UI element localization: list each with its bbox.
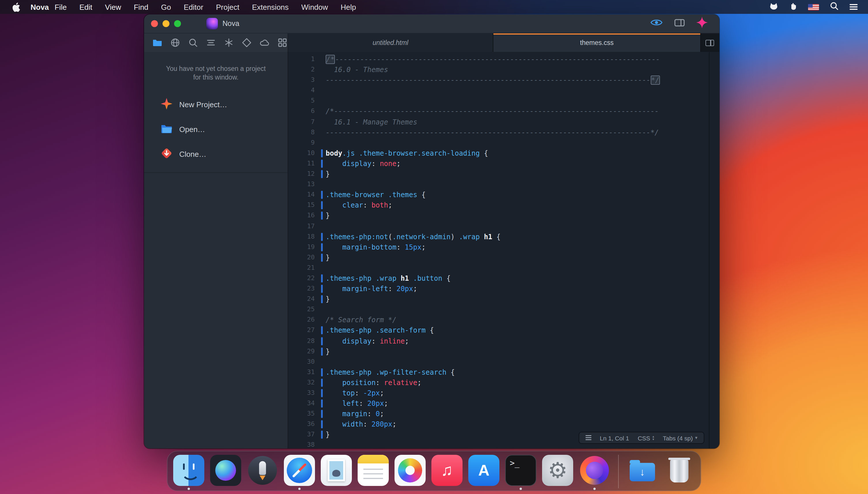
hand-menu-extra-icon[interactable]	[789, 2, 797, 12]
menu-item-edit[interactable]: Edit	[79, 3, 93, 11]
dog-menu-extra-icon[interactable]	[769, 2, 778, 12]
dock-terminal-icon[interactable]: >_	[505, 455, 536, 490]
dock-safari-icon[interactable]	[284, 455, 315, 490]
symbols-asterisk-icon[interactable]	[223, 37, 234, 49]
code-line[interactable]: 13	[288, 179, 709, 190]
search-icon[interactable]	[188, 37, 199, 49]
git-diamond-icon[interactable]	[241, 37, 252, 49]
dock-mail-icon[interactable]	[321, 455, 352, 490]
dock-notes-icon[interactable]	[358, 455, 389, 490]
open-item[interactable]: Open…	[144, 117, 288, 142]
code-line[interactable]: 7 16.1 - Manage Themes	[288, 117, 709, 127]
change-indicator	[321, 222, 323, 230]
editor-right-strip[interactable]	[709, 52, 719, 449]
editor-status-bar: Ln 1, Col 1 CSS ▴▾ Tabs (4 sp) ▾	[578, 432, 704, 444]
code-line[interactable]: 20}	[288, 252, 709, 263]
new-project-item[interactable]: New Project…	[144, 92, 288, 117]
code-line[interactable]: 9	[288, 138, 709, 148]
extensions-grid-icon[interactable]	[277, 37, 288, 49]
dock-music-icon[interactable]: ♫	[431, 455, 463, 490]
dock-app-store-icon[interactable]: A	[468, 455, 499, 490]
code-line[interactable]: 28 display: inline;	[288, 336, 709, 346]
dock-system-preferences-icon[interactable]: ⚙	[542, 455, 573, 490]
spotlight-search-icon[interactable]	[830, 2, 838, 12]
menu-item-find[interactable]: Find	[134, 3, 149, 11]
status-line-col[interactable]: Ln 1, Col 1	[600, 434, 629, 441]
code-line[interactable]: 34 left: 20px;	[288, 398, 709, 409]
code-line[interactable]: 10body.js .theme-browser.search-loading …	[288, 148, 709, 158]
code-line[interactable]: 11 display: none;	[288, 158, 709, 169]
tab-themes-css[interactable]: themes.css	[494, 34, 701, 52]
line-number: 20	[288, 252, 315, 263]
status-language-selector[interactable]: CSS ▴▾	[638, 434, 654, 441]
code-line[interactable]: 1/*-------------------------------------…	[288, 54, 709, 64]
zoom-button[interactable]	[174, 20, 181, 27]
menu-item-file[interactable]: File	[55, 3, 67, 11]
code-line[interactable]: 19 margin-bottom: 15px;	[288, 242, 709, 252]
menu-lines-icon[interactable]	[850, 4, 857, 10]
code-line[interactable]: 12}	[288, 169, 709, 179]
code-line[interactable]: 17	[288, 221, 709, 231]
close-button[interactable]	[151, 20, 158, 27]
menu-item-editor[interactable]: Editor	[184, 3, 204, 11]
code-line[interactable]: 4	[288, 86, 709, 96]
remote-globe-icon[interactable]	[170, 37, 181, 49]
menu-item-window[interactable]: Window	[302, 3, 328, 11]
menu-item-view[interactable]: View	[105, 3, 121, 11]
code-line[interactable]: 33 top: -2px;	[288, 388, 709, 398]
code-line[interactable]: 29}	[288, 346, 709, 357]
dock-launchpad-icon[interactable]	[247, 455, 278, 490]
status-symbols-button[interactable]	[585, 435, 591, 440]
dock-trash-icon[interactable]	[664, 455, 695, 490]
code-line[interactable]: 5	[288, 96, 709, 106]
code-line[interactable]: 14.theme-browser .themes {	[288, 190, 709, 200]
code-line[interactable]: 15 clear: both;	[288, 200, 709, 211]
code-line[interactable]: 21	[288, 263, 709, 273]
code-line[interactable]: 2 16.0 - Themes	[288, 64, 709, 75]
tab-untitled-html[interactable]: untitled.html	[288, 34, 494, 52]
dock-downloads-icon[interactable]: ↓	[627, 455, 658, 490]
dock-photos-icon[interactable]	[394, 455, 426, 490]
code-line[interactable]: 26/* Search form */	[288, 315, 709, 325]
panel-layout-icon[interactable]	[674, 18, 685, 29]
code-line[interactable]: 18.themes-php:not(.network-admin) .wrap …	[288, 231, 709, 242]
code-line[interactable]: 35 margin: 0;	[288, 409, 709, 419]
code-line[interactable]: 27.themes-php .search-form {	[288, 325, 709, 336]
input-source-us-flag-icon[interactable]	[808, 4, 819, 10]
change-indicator	[321, 306, 323, 314]
window-titlebar[interactable]: Nova	[144, 14, 719, 34]
code-line[interactable]: 32 position: relative;	[288, 378, 709, 388]
split-editor-button[interactable]	[701, 34, 718, 52]
status-tab-settings[interactable]: Tabs (4 sp) ▾	[663, 434, 697, 441]
code-line[interactable]: 22.themes-php .wrap h1 .button {	[288, 273, 709, 284]
clone-item[interactable]: Clone…	[144, 142, 288, 167]
dock-finder-icon[interactable]	[173, 455, 204, 490]
code-line[interactable]: 6/*-------------------------------------…	[288, 106, 709, 117]
minimize-button[interactable]	[162, 20, 170, 27]
preview-eye-icon[interactable]	[650, 18, 663, 29]
files-folder-icon[interactable]	[152, 37, 163, 49]
dock-firefox-icon[interactable]	[579, 455, 610, 490]
split-editor-icon	[705, 39, 714, 46]
code-line[interactable]: 31.themes-php .wp-filter-search {	[288, 367, 709, 378]
code-line[interactable]: 25	[288, 305, 709, 315]
code-area[interactable]: 1/*-------------------------------------…	[288, 52, 709, 449]
code-line[interactable]: 8---------------------------------------…	[288, 127, 709, 137]
code-line[interactable]: 30	[288, 357, 709, 367]
nova-sparkle-icon[interactable]	[696, 17, 708, 31]
code-line[interactable]: 3---------------------------------------…	[288, 75, 709, 85]
reports-lines-icon[interactable]	[206, 37, 216, 49]
tab-label: themes.css	[580, 39, 614, 46]
menu-item-help[interactable]: Help	[341, 3, 356, 11]
menu-item-go[interactable]: Go	[161, 3, 171, 11]
menu-app-name[interactable]: Nova	[31, 3, 49, 11]
apple-menu-icon[interactable]	[12, 2, 20, 12]
code-line[interactable]: 23 margin-left: 20px;	[288, 284, 709, 294]
code-line[interactable]: 16}	[288, 211, 709, 221]
cloud-publish-icon[interactable]	[259, 37, 270, 49]
code-line[interactable]: 24}	[288, 294, 709, 304]
dock-siri-icon[interactable]	[210, 455, 241, 490]
menu-item-project[interactable]: Project	[216, 3, 239, 11]
menu-item-extensions[interactable]: Extensions	[252, 3, 288, 11]
code-line[interactable]: 36 width: 280px;	[288, 419, 709, 430]
